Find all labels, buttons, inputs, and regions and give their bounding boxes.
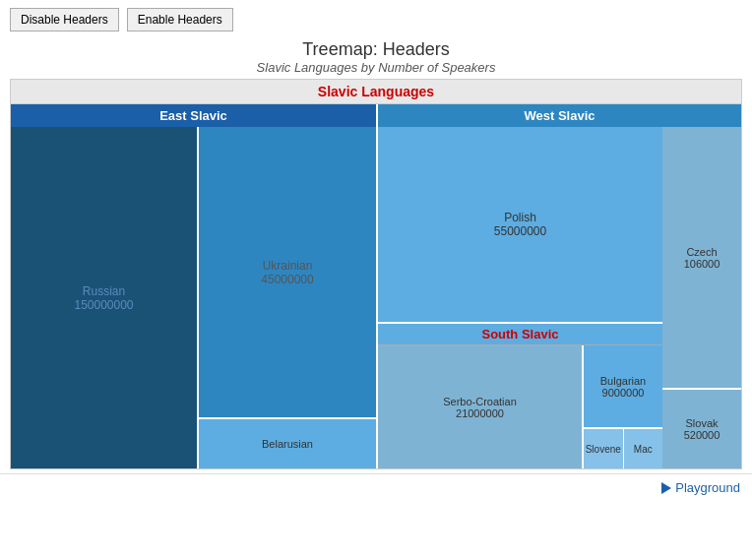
slovak-value: 520000 [684, 429, 721, 441]
russian-label: Russian [83, 284, 125, 298]
ukrainian-value: 45000000 [261, 273, 313, 286]
enable-headers-button[interactable]: Enable Headers [127, 8, 233, 31]
main-row: East Slavic Russian 150000000 Ukrainian … [11, 104, 741, 468]
treemap: Slavic Languages East Slavic Russian 150… [10, 79, 742, 469]
polish-value: 55000000 [494, 224, 546, 238]
serbo-croatian-value: 21000000 [456, 407, 504, 419]
east-slavic-header: East Slavic [11, 104, 376, 127]
ukrainian-belarusian-col: Ukrainian 45000000 Belarusian [199, 127, 376, 468]
slovene-label: Slovene [586, 444, 621, 455]
play-icon [661, 482, 671, 494]
bulgarian-value: 9000000 [602, 387, 645, 399]
toolbar: Disable Headers Enable Headers [0, 0, 752, 39]
russian-cell: Russian 150000000 [11, 127, 199, 468]
chart-subtitle: Slavic Languages by Number of Speakers [0, 60, 752, 75]
polish-label: Polish [504, 211, 536, 224]
east-slavic-content: Russian 150000000 Ukrainian 45000000 Bel… [11, 127, 376, 468]
russian-value: 150000000 [74, 298, 133, 312]
belarusian-label: Belarusian [262, 438, 313, 450]
belarusian-cell: Belarusian [199, 419, 376, 468]
czech-value: 106000 [684, 258, 721, 270]
slovene-cell: Slovene [584, 429, 624, 468]
playground-label: Playground [675, 480, 740, 495]
polish-cell: Polish 55000000 [378, 127, 662, 324]
slovak-cell: Slovak 520000 [662, 390, 741, 468]
root-header: Slavic Languages [11, 80, 741, 104]
macedonian-cell: Mac [624, 429, 663, 468]
west-slavic-header: West Slavic [378, 104, 741, 127]
bulgarian-cell: Bulgarian 9000000 [584, 345, 662, 429]
slovak-label: Slovak [685, 417, 718, 429]
west-slavic-col: West Slavic Polish 55000000 South Slavic [378, 104, 741, 468]
west-left: Polish 55000000 South Slavic Serbo-Croat… [378, 127, 662, 468]
bottom-bar: Playground [0, 473, 752, 501]
title-area: Treemap: Headers Slavic Languages by Num… [0, 39, 752, 75]
bulgarian-wrapper: Bulgarian 9000000 Slovene Mac [584, 345, 662, 468]
czech-label: Czech [686, 246, 717, 258]
south-slavic-wrapper: South Slavic Serbo-Croatian 21000000 Bul… [378, 324, 662, 468]
chart-title: Treemap: Headers [0, 39, 752, 60]
east-slavic-col: East Slavic Russian 150000000 Ukrainian … [11, 104, 378, 468]
czech-cell: Czech 106000 [662, 127, 741, 390]
bulgarian-label: Bulgarian [600, 375, 646, 387]
small-cells: Slovene Mac [584, 429, 662, 468]
serbo-croatian-label: Serbo-Croatian [443, 396, 517, 407]
west-slavic-content: Polish 55000000 South Slavic Serbo-Croat… [378, 127, 741, 468]
south-slavic-header: South Slavic [378, 324, 662, 345]
macedonian-label: Mac [634, 444, 653, 455]
ukrainian-cell: Ukrainian 45000000 [199, 127, 376, 419]
serbo-croatian-cell: Serbo-Croatian 21000000 [378, 345, 584, 468]
disable-headers-button[interactable]: Disable Headers [10, 8, 119, 31]
south-slavic-row: Serbo-Croatian 21000000 Bulgarian 900000… [378, 345, 662, 468]
czech-slovak-col: Czech 106000 Slovak 520000 [662, 127, 741, 468]
playground-link[interactable]: Playground [661, 480, 740, 495]
ukrainian-label: Ukrainian [263, 259, 313, 273]
